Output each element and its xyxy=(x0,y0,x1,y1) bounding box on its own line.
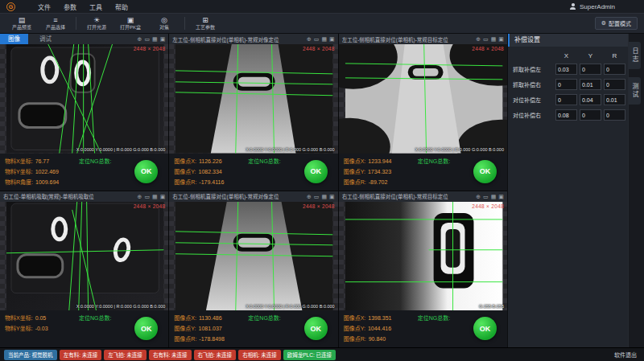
ng-total-label: 定位NG总数: xyxy=(418,314,450,322)
align-comp-left-y-input[interactable] xyxy=(580,94,601,105)
info-value: -0.03 xyxy=(35,326,48,331)
save-icon[interactable]: ▣ xyxy=(160,34,166,44)
marquee-icon[interactable]: ▭ xyxy=(314,34,320,44)
grid-icon[interactable]: ▦ xyxy=(152,34,158,44)
align-comp-left-x-input[interactable] xyxy=(555,94,577,105)
tab-image[interactable]: 图像 xyxy=(0,34,28,44)
product-preview-button[interactable]: ▤ 产品预览 xyxy=(6,14,37,33)
panel-title: 右工位-侧相机直接对位(单相机)-常规对像定位 xyxy=(172,192,303,200)
pixel-info: X:0.0000 Y:0.0000 | R:0.000 G:0.000 B:0.… xyxy=(76,147,166,152)
ng-total-label: 定位NG总数: xyxy=(248,157,280,165)
camera-image[interactable]: 2448 × 2048 X:0.0000 Y:0.0000 | R:0.000 … xyxy=(169,44,337,154)
align-comp-left-r-input[interactable] xyxy=(604,94,625,105)
marquee-icon[interactable]: ▭ xyxy=(483,191,489,202)
panel-info: 图像点X:1126.226 图像点Y:1082.334 图像点R:-179.41… xyxy=(169,154,337,191)
open-pkbox-button[interactable]: ▣ 打开PK盒 xyxy=(115,14,146,33)
open-light-label: 打开光源 xyxy=(87,24,106,31)
info-value: 76.77 xyxy=(35,158,50,164)
save-icon[interactable]: ▣ xyxy=(329,34,335,44)
menu-help[interactable]: 帮助 xyxy=(115,2,128,11)
panel-header: 左工位-侧相机直接对位(单相机)-常规对像定位 ⊕ ▭ ▦ ▣ xyxy=(169,34,337,44)
info-value: 1082.334 xyxy=(199,169,222,174)
grid-icon[interactable]: ▦ xyxy=(321,191,327,202)
save-icon[interactable]: ▣ xyxy=(329,191,335,202)
focus-icon: ◎ xyxy=(161,16,167,24)
ok-indicator[interactable]: OK xyxy=(304,317,328,340)
zoom-icon[interactable]: ⊕ xyxy=(307,34,312,44)
software-exit-link[interactable]: 软件退出 xyxy=(614,351,637,359)
grid-icon[interactable]: ▦ xyxy=(491,191,497,202)
status-right-flycam: 右飞拍: 未连接 xyxy=(194,350,237,360)
tab-debug[interactable]: 调试 xyxy=(31,34,60,44)
ok-indicator[interactable]: OK xyxy=(473,317,497,340)
marquee-icon[interactable]: ▭ xyxy=(144,34,150,44)
align-comp-left-label: 对位补偿左 xyxy=(513,96,553,104)
compensation-title: 补偿设置 xyxy=(508,34,628,47)
side-tab-test[interactable]: 测试 xyxy=(629,77,641,105)
zoom-icon[interactable]: ⊕ xyxy=(307,191,312,202)
resolution-label: 2448 × 2048 xyxy=(134,203,166,209)
info-label: 图像点X: xyxy=(344,315,366,321)
grab-comp-left-r-input[interactable] xyxy=(604,64,625,75)
product-select-icon: ≡ xyxy=(53,16,57,24)
ok-indicator[interactable]: OK xyxy=(134,160,158,183)
product-select-button[interactable]: ≡ 产品选择 xyxy=(40,14,71,33)
product-select-label: 产品选择 xyxy=(46,24,65,31)
save-icon[interactable]: ▣ xyxy=(498,191,504,202)
save-icon[interactable]: ▣ xyxy=(498,34,504,44)
info-label: 物料R角度: xyxy=(5,179,33,185)
camera-photo xyxy=(0,44,168,154)
config-mode-label: 配置模式 xyxy=(609,19,631,27)
marquee-icon[interactable]: ▭ xyxy=(144,191,150,202)
grab-comp-right-x-input[interactable] xyxy=(555,79,577,90)
info-label: 图像点Y: xyxy=(174,169,196,174)
ok-indicator[interactable]: OK xyxy=(473,160,497,183)
panel-header: 右工位-侧相机直接对位(单相机)-常规目标定位 ⊕ ▭ ▦ ▣ xyxy=(339,191,507,202)
product-preview-icon: ▤ xyxy=(19,16,26,24)
focus-button[interactable]: ◎ 对焦 xyxy=(149,14,180,33)
grab-comp-right-y-input[interactable] xyxy=(580,79,601,90)
compensation-grid: X Y R 抓取补偿左 抓取补偿右 对位补偿左 对位补偿右 xyxy=(508,47,628,121)
menu-tools[interactable]: 工具 xyxy=(89,2,102,11)
zoom-icon[interactable]: ⊕ xyxy=(138,34,142,44)
open-light-button[interactable]: ☀ 打开光源 xyxy=(81,14,112,33)
camera-image[interactable]: 2448 × 2048 X:0.0000 Y:0.0000 | R:0.000 … xyxy=(339,44,507,154)
grab-comp-left-x-input[interactable] xyxy=(555,64,577,75)
align-comp-right-y-input[interactable] xyxy=(580,109,601,121)
align-comp-right-x-input[interactable] xyxy=(555,109,577,121)
user-name: SuperAdmin xyxy=(580,3,615,10)
camera-image[interactable]: 2448 × 2048 X:0.0000 Y:0.0000 | R:0.000 … xyxy=(0,44,168,154)
camera-image[interactable]: 2448 × 2048 X:0.0000 Y:0.0000 | R:0.000 … xyxy=(0,202,168,311)
grab-comp-left-y-input[interactable] xyxy=(580,64,601,75)
camera-image[interactable]: 2448 × 2048 X:0.0000 Y:0.0000 | R:0.000 … xyxy=(169,202,337,311)
grid-icon[interactable]: ▦ xyxy=(321,34,327,44)
panel-info: 图像点X:1130.486 图像点Y:1081.037 图像点R:-178.84… xyxy=(169,310,337,347)
column-x: X xyxy=(555,52,577,59)
camera-photo xyxy=(339,202,507,311)
info-value: 1734.323 xyxy=(368,169,391,174)
panel-title: 右工位-单相机吸取(常规)-单相机吸取位 xyxy=(3,192,134,200)
grid-icon[interactable]: ▦ xyxy=(152,191,158,202)
grid-icon[interactable]: ▦ xyxy=(491,34,497,44)
menu-file[interactable]: 文件 xyxy=(38,2,51,11)
save-icon[interactable]: ▣ xyxy=(160,191,166,202)
grab-comp-right-r-input[interactable] xyxy=(604,79,625,90)
ok-indicator[interactable]: OK xyxy=(304,160,328,183)
marquee-icon[interactable]: ▭ xyxy=(483,34,489,44)
side-tab-log[interactable]: 日志 xyxy=(629,42,641,69)
toolbar-separator xyxy=(184,17,185,30)
camera-image[interactable]: 2448 × 2048 G:255 B:255 xyxy=(339,202,507,311)
zoom-icon[interactable]: ⊕ xyxy=(138,191,142,202)
user-button[interactable]: SuperAdmin xyxy=(570,3,615,10)
resolution-label: 2448 × 2048 xyxy=(303,46,335,51)
resolution-label: 2448 × 2048 xyxy=(303,203,335,209)
align-comp-right-r-input[interactable] xyxy=(604,109,625,121)
ng-total-label: 定位NG总数: xyxy=(248,314,280,322)
menu-params[interactable]: 参数 xyxy=(64,2,76,11)
panel-title: 左工位-侧相机直接对位(单相机)-常规目标定位 xyxy=(342,35,473,43)
marquee-icon[interactable]: ▭ xyxy=(314,191,320,202)
zoom-icon[interactable]: ⊕ xyxy=(476,191,481,202)
process-params-button[interactable]: ⊞ 工艺参数 xyxy=(190,14,221,33)
zoom-icon[interactable]: ⊕ xyxy=(476,34,481,44)
config-mode-button[interactable]: ⚙ 配置模式 xyxy=(595,17,638,30)
